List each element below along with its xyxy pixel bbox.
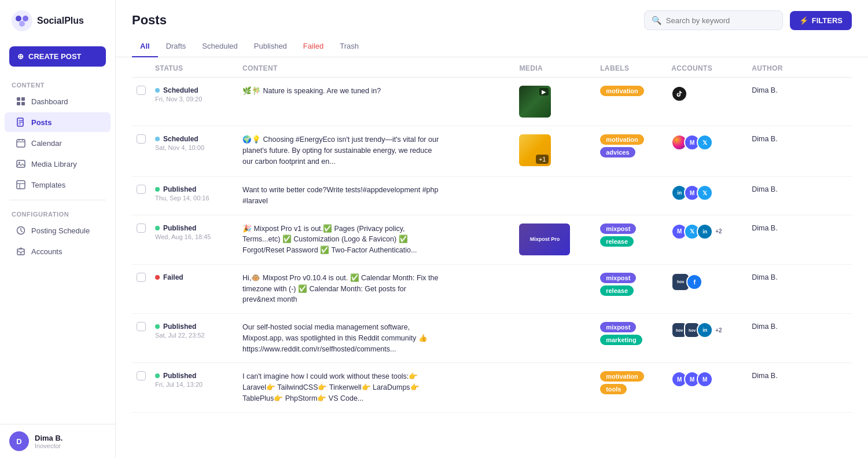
sidebar-item-posts[interactable]: Posts (5, 112, 111, 132)
sidebar-item-calendar[interactable]: Calendar (5, 133, 111, 153)
label-tag[interactable]: advices (600, 147, 635, 157)
status-dot-scheduled (155, 137, 160, 141)
accounts-cell: in M 𝕏 (667, 177, 747, 215)
media-extra-badge: +1 (536, 155, 549, 164)
tab-scheduled[interactable]: Scheduled (194, 36, 245, 57)
status-label: Published (163, 323, 196, 331)
create-post-label: CREATE POST (28, 52, 82, 61)
search-icon: 🔍 (652, 16, 661, 25)
sidebar-item-dashboard[interactable]: Dashboard (5, 91, 111, 111)
content-section-label: Content (0, 76, 115, 91)
accounts-extra: +2 (715, 228, 722, 235)
edit-button[interactable]: ✏️ (806, 86, 819, 98)
tab-all[interactable]: All (132, 36, 158, 57)
svg-point-17 (19, 162, 20, 164)
media-thumbnail: Mixpost Pro (519, 223, 570, 255)
label-tag[interactable]: tools (600, 384, 627, 394)
sidebar-item-templates[interactable]: Templates (5, 175, 111, 195)
row-checkbox[interactable] (137, 185, 146, 194)
row-checkbox[interactable] (137, 86, 146, 95)
author-cell: Dima B. (747, 264, 801, 313)
status-label: Scheduled (163, 86, 198, 94)
row-checkbox[interactable] (137, 273, 146, 282)
header-right: 🔍 ⚡ FILTERS (644, 10, 852, 30)
more-button[interactable]: ⋮ (823, 134, 834, 147)
table-row: Failed Hi,🐵 Mixpost Pro v0.10.4 is out. … (132, 264, 852, 313)
table-row: Published Fri, Jul 14, 13:20 I can't ima… (132, 363, 852, 412)
labels-cell: mixpost release (595, 264, 667, 313)
svg-point-3 (19, 21, 25, 27)
media-cell (514, 363, 595, 412)
logo: SocialPlus (0, 0, 115, 42)
label-tag[interactable]: marketing (600, 335, 642, 345)
edit-button[interactable]: ✏️ (806, 273, 819, 285)
create-post-button[interactable]: ⊕ CREATE POST (9, 46, 106, 67)
account-avatar-linkedin: in (697, 223, 713, 240)
sidebar-item-calendar-label: Calendar (31, 139, 62, 148)
content-cell: Hi,🐵 Mixpost Pro v0.10.4 is out. ✅ Calen… (238, 264, 514, 313)
status-dot-published (155, 226, 160, 230)
edit-button[interactable]: ✏️ (806, 134, 819, 147)
row-checkbox[interactable] (137, 322, 146, 331)
author-cell: Dima B. (747, 78, 801, 126)
more-button[interactable]: ⋮ (823, 322, 834, 335)
label-tag[interactable]: motivation (600, 134, 644, 145)
accounts-cell (667, 78, 747, 126)
actions-cell: ✏️ ⋮ (801, 215, 852, 264)
svg-point-1 (16, 16, 21, 21)
sidebar-item-accounts[interactable]: Accounts (5, 241, 111, 261)
tab-failed[interactable]: Failed (295, 36, 332, 57)
more-button[interactable]: ⋮ (823, 86, 834, 98)
accounts-cell: M M M (667, 363, 747, 412)
more-button[interactable]: ⋮ (823, 273, 834, 285)
row-checkbox[interactable] (137, 134, 146, 144)
edit-button[interactable]: ✏️ (806, 322, 819, 335)
account-avatars: M 𝕏 in +2 (671, 223, 742, 240)
label-tag[interactable]: release (600, 236, 634, 247)
status-date: Fri, Jul 14, 13:20 (155, 381, 233, 388)
user-name: Dima B. (35, 434, 62, 442)
label-tag[interactable]: mixpost (600, 322, 636, 332)
content-text: Want to write better code?Write tests!#a… (242, 185, 439, 207)
row-checkbox[interactable] (137, 371, 146, 380)
user-profile[interactable]: D Dima B. Inovector (0, 424, 115, 458)
author-cell: Dima B. (747, 314, 801, 363)
tab-published[interactable]: Published (246, 36, 295, 57)
row-checkbox[interactable] (137, 223, 146, 233)
tab-trash[interactable]: Trash (332, 36, 367, 57)
content-cell: Our self-hosted social media management … (238, 314, 514, 363)
sidebar-item-posts-label: Posts (31, 118, 52, 127)
content-text: I can't imagine how I could work without… (242, 371, 439, 404)
label-tag[interactable]: motivation (600, 371, 644, 382)
more-button[interactable]: ⋮ (823, 371, 834, 384)
more-button[interactable]: ⋮ (823, 223, 834, 236)
more-button[interactable]: ⋮ (823, 185, 834, 197)
sidebar-item-media-library[interactable]: Media Library (5, 154, 111, 174)
status-label: Failed (163, 273, 183, 281)
label-tag[interactable]: mixpost (600, 273, 636, 283)
accounts-cell: M 𝕏 (667, 126, 747, 177)
sidebar-item-posting-schedule[interactable]: Posting Schedule (5, 221, 111, 240)
label-tag[interactable]: release (600, 285, 634, 296)
label-tag[interactable]: motivation (600, 86, 644, 96)
col-labels: Labels (595, 57, 667, 78)
status-dot-scheduled (155, 88, 160, 93)
page-title: Posts (132, 13, 167, 28)
filters-button[interactable]: ⚡ FILTERS (790, 11, 852, 30)
file-text-icon (16, 118, 25, 127)
account-avatar-twitter: 𝕏 (697, 185, 713, 201)
media-cell: +1 (514, 126, 595, 177)
account-avatar-tiktok (671, 86, 687, 102)
label-tag[interactable]: mixpost (600, 223, 636, 234)
tab-drafts[interactable]: Drafts (158, 36, 194, 57)
sidebar: SocialPlus ⊕ CREATE POST Content Dashboa… (0, 0, 116, 458)
content-text: 🌍💡 Choosing #EnergyEco isn't just trendy… (242, 134, 439, 167)
search-input[interactable] (666, 16, 775, 25)
author-name: Dima B. (752, 86, 777, 94)
tabs-bar: All Drafts Scheduled Published Failed Tr… (116, 36, 868, 57)
edit-button[interactable]: ✏️ (806, 371, 819, 384)
edit-button[interactable]: ✏️ (806, 185, 819, 197)
filters-label: FILTERS (812, 16, 843, 25)
edit-button[interactable]: ✏️ (806, 223, 819, 236)
actions-cell: ✏️ ⋮ (801, 177, 852, 215)
